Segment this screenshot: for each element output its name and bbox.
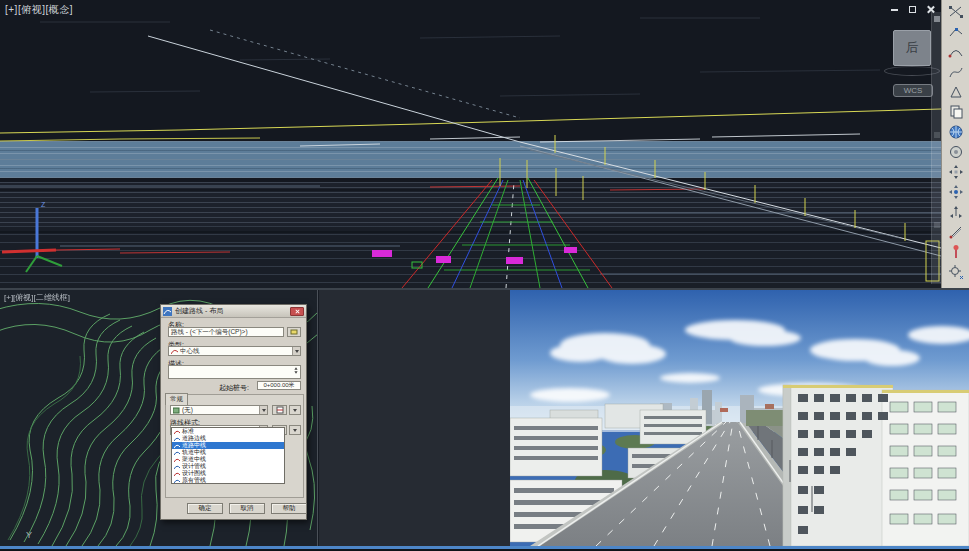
navbar-zoom-icon[interactable] bbox=[934, 222, 940, 228]
cancel-button[interactable]: 取消 bbox=[229, 503, 265, 514]
measure-icon[interactable] bbox=[945, 222, 967, 242]
viewport-label-perspective[interactable]: [+][俯视][概念] bbox=[5, 3, 73, 17]
viewport-empty[interactable] bbox=[319, 290, 510, 546]
style-item-icon bbox=[174, 450, 180, 456]
name-input[interactable]: 路线 - (<下一个编号(CP)>) bbox=[168, 327, 284, 337]
minimize-icon[interactable] bbox=[888, 4, 901, 15]
viewport-label-plan[interactable]: [+][俯视][二维线框] bbox=[4, 292, 70, 303]
arc-tool-icon[interactable] bbox=[945, 42, 967, 62]
type-select[interactable]: 中心线 bbox=[168, 346, 301, 356]
style-item-icon bbox=[174, 464, 180, 470]
globe-icon[interactable] bbox=[945, 122, 967, 142]
dialog-titlebar[interactable]: 创建路线 - 布局 bbox=[161, 305, 306, 318]
dialog-close-icon[interactable] bbox=[290, 307, 304, 316]
dialog-title: 创建路线 - 布局 bbox=[175, 306, 290, 316]
style-item-icon bbox=[174, 436, 180, 442]
dialog-app-icon bbox=[163, 307, 172, 316]
picker-icon bbox=[276, 406, 284, 414]
viewcube[interactable]: 后 bbox=[893, 30, 931, 66]
gizmo-scale-icon[interactable] bbox=[945, 182, 967, 202]
help-button[interactable]: 帮助 bbox=[271, 503, 307, 514]
navbar-pan-icon[interactable] bbox=[934, 132, 940, 138]
type-value: 中心线 bbox=[180, 347, 200, 356]
copy-sheet-icon[interactable] bbox=[945, 102, 967, 122]
site-dropdown-arrow-icon[interactable] bbox=[259, 406, 267, 414]
type-dropdown-arrow-icon[interactable] bbox=[292, 347, 300, 355]
start-station-label: 起始桩号: bbox=[219, 383, 249, 393]
wireframe-drawing: Z bbox=[0, 0, 941, 288]
create-alignment-dialog: 创建路线 - 布局 名称: 路线 - (<下一个编号(CP)>) 类型: 中心线… bbox=[160, 304, 307, 520]
description-textarea[interactable] bbox=[168, 365, 301, 379]
svg-text:Z: Z bbox=[41, 201, 46, 208]
site-select[interactable]: (无) bbox=[170, 405, 268, 415]
style-item-icon bbox=[174, 478, 180, 484]
style-item-icon bbox=[174, 443, 180, 449]
tag-icon bbox=[290, 328, 298, 336]
gizmo-move-icon[interactable] bbox=[945, 162, 967, 182]
viewport-perspective[interactable]: Z [+][俯视][概念] 后 WCS bbox=[0, 0, 941, 288]
description-scrollbar[interactable] bbox=[294, 367, 298, 374]
style-dropdown-list: 标准 道路边线 道路中线 轨道中线 渠道中线 设计管线 设计图线 原有管线 bbox=[171, 427, 285, 484]
ok-button[interactable]: 确定 bbox=[187, 503, 223, 514]
start-station-value: 0+000.00米 bbox=[257, 381, 301, 390]
viewport-divider-horizontal[interactable] bbox=[0, 288, 969, 290]
style-options-button[interactable] bbox=[289, 425, 301, 435]
site-value: (无) bbox=[182, 406, 193, 415]
restore-icon[interactable] bbox=[906, 4, 919, 15]
ucs-y-axis-label: Y bbox=[26, 530, 32, 540]
circle-tool-icon[interactable] bbox=[945, 142, 967, 162]
tab-general[interactable]: 常规 bbox=[165, 393, 188, 405]
site-icon bbox=[173, 407, 180, 414]
navigation-bar[interactable] bbox=[931, 12, 941, 284]
ucs-axis-icon: Z bbox=[2, 201, 120, 272]
style-item-icon bbox=[174, 457, 180, 463]
polyline-edit-icon[interactable] bbox=[945, 22, 967, 42]
style-item-icon bbox=[174, 429, 180, 435]
style-option[interactable]: 原有管线 bbox=[172, 477, 284, 484]
wcs-selector[interactable]: WCS bbox=[893, 84, 933, 97]
pin-icon[interactable] bbox=[945, 242, 967, 262]
render-scene bbox=[510, 290, 969, 546]
name-template-button[interactable] bbox=[287, 327, 301, 337]
gizmo-align-icon[interactable] bbox=[945, 202, 967, 222]
site-picker-button[interactable] bbox=[272, 405, 287, 415]
site-options-button[interactable] bbox=[289, 405, 301, 415]
centerline-icon bbox=[171, 348, 178, 355]
toolbar-right bbox=[941, 0, 969, 289]
style-item-icon bbox=[174, 471, 180, 477]
gear-move-icon[interactable] bbox=[945, 262, 967, 282]
navbar-handle-icon[interactable] bbox=[934, 16, 940, 22]
delta-tool-icon[interactable] bbox=[945, 82, 967, 102]
spline-tool-icon[interactable] bbox=[945, 62, 967, 82]
viewport-render[interactable] bbox=[510, 290, 969, 546]
application-window: Z [+][俯视][概念] 后 WCS bbox=[0, 0, 969, 551]
fit-curve-icon[interactable] bbox=[945, 2, 967, 22]
